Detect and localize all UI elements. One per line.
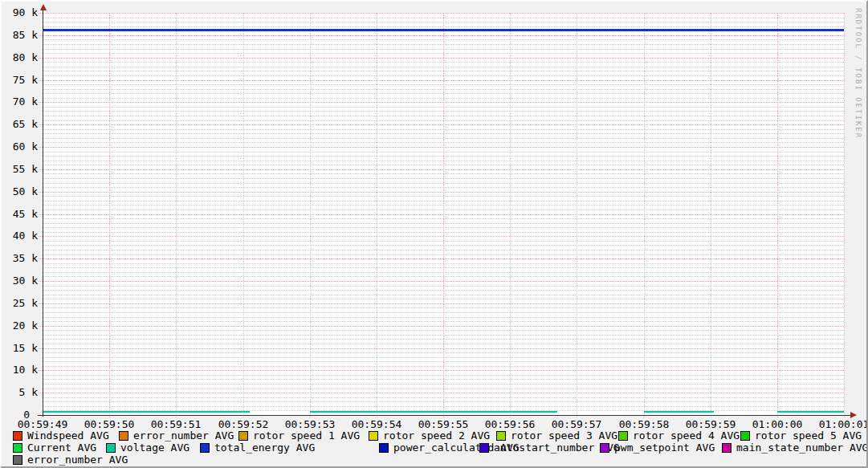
y-tick-label: 40 k: [0, 230, 38, 241]
series-line-voltage-avg: [310, 411, 557, 413]
y-tick-label: 20 k: [0, 320, 38, 331]
legend-item: total_energy AVG: [200, 442, 315, 454]
legend-label: voltage AVG: [120, 442, 189, 454]
legend-item: rotor speed 3 AVG: [496, 430, 617, 442]
legend-label: Windspeed AVG: [27, 430, 109, 442]
x-tick-label: 01:00:00: [741, 419, 813, 429]
legend-swatch: [740, 431, 750, 441]
gridline-h-major: [39, 102, 844, 103]
legend-swatch: [200, 443, 210, 453]
y-tick-label: 50 k: [0, 186, 38, 197]
x-axis-arrow: [850, 412, 857, 418]
gridline-h-major: [39, 192, 844, 193]
gridline-h-major: [39, 35, 844, 36]
legend-swatch: [600, 443, 609, 453]
legend-swatch: [13, 431, 22, 441]
gridline-v-minor: [844, 13, 845, 417]
legend-swatch: [722, 443, 731, 453]
series-line-voltage-avg: [644, 411, 714, 413]
x-tick-label: 00:59:56: [474, 419, 546, 429]
legend-item: rotor speed 5 AVG: [740, 430, 862, 442]
gridline-v-major: [443, 13, 444, 417]
gridline-h-major: [39, 281, 844, 282]
y-tick-label: 75 k: [0, 75, 38, 85]
y-tick-label: 15 k: [0, 343, 38, 353]
legend-item: rotor speed 2 AVG: [369, 430, 490, 442]
legend-label: main_state_number AVG: [736, 442, 868, 454]
legend-label: rotor speed 2 AVG: [383, 430, 490, 442]
legend-swatch: [369, 431, 378, 441]
y-tick-label: 85 k: [0, 30, 38, 40]
series-line-voltage-avg: [777, 411, 844, 413]
x-tick-label: 00:59:59: [674, 419, 747, 429]
legend-swatch: [13, 455, 22, 465]
legend-label: Current AVG: [27, 442, 96, 454]
x-tick-label: 00:59:54: [340, 419, 413, 429]
x-tick-label: 00:59:58: [608, 419, 680, 429]
y-tick-label: 70 k: [0, 96, 38, 107]
y-tick-label: 5 k: [0, 387, 38, 397]
gridline-h-major: [39, 58, 844, 59]
gridline-h-major: [39, 258, 844, 259]
legend-label: error_number AVG: [133, 430, 234, 442]
legend-swatch: [379, 443, 389, 453]
legend-swatch: [13, 443, 22, 453]
x-tick-label: 00:59:57: [540, 419, 613, 429]
legend-item: voltage AVG: [106, 442, 189, 454]
gridline-v-minor: [310, 13, 311, 417]
series-line-total-energy-avg: [43, 29, 844, 31]
y-tick-label: 10 k: [0, 364, 38, 375]
y-axis-line: [43, 10, 43, 417]
y-tick-label: 65 k: [0, 119, 38, 129]
legend-item: pwm_setpoint AVG: [600, 442, 715, 454]
x-tick-label: 00:59:55: [407, 419, 479, 429]
gridline-h-major: [39, 326, 844, 327]
gridline-h-major: [39, 370, 844, 371]
gridline-h-major: [39, 236, 844, 237]
legend-item: rotor speed 1 AVG: [238, 430, 360, 442]
legend-label: rotor speed 5 AVG: [755, 430, 862, 442]
gridline-h-major: [39, 13, 844, 14]
legend-label: pwm_setpoint AVG: [614, 442, 715, 454]
x-tick-label: 00:59:53: [274, 419, 346, 429]
y-tick-label: 80 k: [0, 52, 38, 63]
gridline-h-major: [39, 303, 844, 304]
x-tick-label: 00:59:49: [6, 419, 79, 429]
legend-label: rotor speed 3 AVG: [511, 430, 617, 442]
x-tick-label: 00:59:52: [207, 419, 279, 429]
y-axis-arrow: [40, 4, 47, 10]
gridline-v-minor: [377, 13, 377, 417]
legend-label: rotor speed 1 AVG: [253, 430, 360, 442]
legend-swatch: [119, 431, 128, 441]
x-tick-label: 01:00:01: [808, 419, 868, 429]
gridline-h-major: [39, 214, 844, 215]
rrdtool-graph: 90 k85 k80 k75 k70 k65 k60 k55 k50 k45 k…: [0, 0, 868, 468]
gridline-v-minor: [577, 13, 577, 417]
legend-swatch: [106, 443, 116, 453]
legend-label: error_number AVG: [27, 454, 128, 466]
legend-swatch: [479, 443, 489, 453]
x-axis-line: [38, 415, 850, 416]
legend-swatch: [238, 431, 248, 441]
series-line-voltage-avg: [43, 411, 250, 413]
gridline-h-major: [39, 348, 844, 349]
gridline-v-minor: [644, 13, 645, 417]
x-tick-label: 00:59:51: [140, 419, 212, 429]
legend-label: rotor speed 4 AVG: [633, 430, 740, 442]
y-tick-label: 60 k: [0, 141, 38, 152]
gridline-v-minor: [711, 13, 711, 417]
gridline-v-minor: [510, 13, 511, 417]
legend-item: autostart_number AVG: [479, 442, 620, 454]
y-tick-label: 35 k: [0, 253, 38, 263]
gridline-h-major: [39, 124, 844, 125]
legend-item: rotor speed 4 AVG: [618, 430, 740, 442]
gridline-v-minor: [243, 13, 244, 417]
legend-item: error_number AVG: [13, 454, 128, 466]
legend-label: total_energy AVG: [214, 442, 315, 454]
watermark: RRDTOOL / TOBI OETIKER: [854, 8, 862, 139]
legend-swatch: [618, 431, 628, 441]
x-tick-label: 00:59:50: [73, 419, 145, 429]
y-tick-label: 30 k: [0, 275, 38, 286]
gridline-h-major: [39, 393, 844, 393]
legend-item: Windspeed AVG: [13, 430, 109, 442]
